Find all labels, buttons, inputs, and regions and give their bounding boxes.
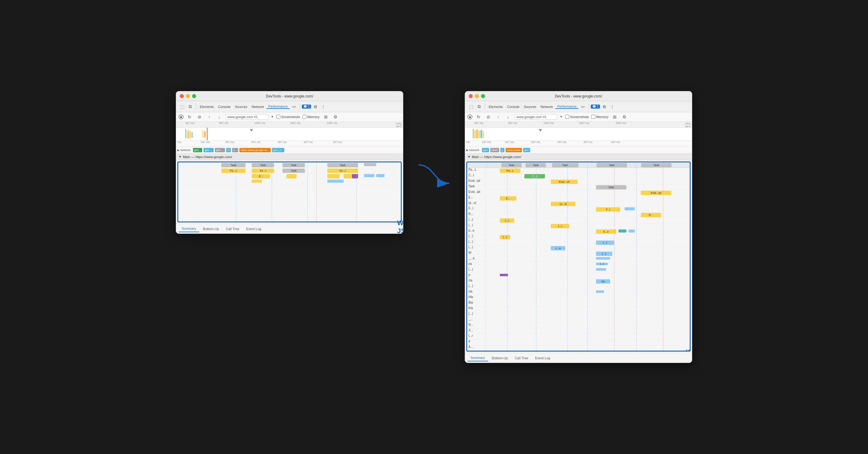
right-bar-paren6[interactable]	[596, 268, 606, 271]
left-screenshots-checkbox[interactable]: Screenshots	[276, 115, 300, 119]
left-bar-yellow-sm1[interactable]	[286, 174, 297, 178]
left-bar-ys1[interactable]	[252, 180, 262, 183]
right-bar-paren2[interactable]: (...)	[551, 224, 569, 228]
left-bar-task1[interactable]: Task	[221, 163, 246, 167]
left-memory-icon[interactable]: ⊞	[322, 113, 330, 120]
left-download-icon[interactable]: ↓	[215, 113, 223, 120]
right-bar-as[interactable]: (a...s)	[551, 202, 576, 206]
right-upload-icon[interactable]: ↑	[495, 113, 502, 120]
right-bar-eval2[interactable]: Eval...ipt	[641, 191, 672, 195]
left-bar-lbs1[interactable]	[327, 180, 344, 183]
left-layers-icon[interactable]: ⧉	[187, 103, 194, 110]
right-tab-bottomup[interactable]: Bottom-Up	[489, 355, 511, 361]
right-header-task3[interactable]: Task	[552, 163, 579, 167]
right-stop-icon[interactable]: ⊘	[485, 113, 492, 120]
left-bar-lb1[interactable]	[364, 174, 374, 177]
right-bar-e[interactable]: E...	[500, 196, 516, 201]
right-bar-lb-fl[interactable]	[625, 207, 635, 210]
left-minimize-button[interactable]	[186, 94, 190, 98]
left-tab-summary[interactable]: Summary	[179, 225, 199, 232]
right-bar-paren3[interactable]: (...)	[500, 235, 510, 239]
left-bar-e[interactable]: E...	[252, 174, 270, 178]
right-bar-fl[interactable]: F...l	[596, 207, 621, 211]
right-refresh-icon[interactable]: ↻	[475, 113, 482, 120]
left-url-field[interactable]: www.google.com #1	[225, 114, 268, 120]
left-bar-lb2[interactable]	[376, 174, 384, 177]
left-bar-task5[interactable]	[364, 163, 376, 166]
left-tab-calltree[interactable]: Call Tree	[223, 226, 243, 232]
right-bar-lb-be[interactable]	[628, 229, 635, 232]
left-bar-yellow-sm2[interactable]	[327, 174, 340, 178]
right-maximize-button[interactable]	[481, 94, 485, 98]
left-bar-task2[interactable]: Task	[252, 163, 274, 167]
right-bar-p-purple[interactable]	[500, 274, 508, 276]
right-memory-checkbox[interactable]: Memory	[591, 115, 609, 119]
left-tab-eventlog[interactable]: Event Log	[243, 226, 265, 232]
left-bar-pal[interactable]: Pa...L	[221, 169, 246, 173]
left-cursor-icon[interactable]: ⬚	[179, 103, 186, 110]
left-upload-icon[interactable]: ↑	[206, 113, 213, 120]
right-tab-elements[interactable]: Elements	[487, 105, 505, 109]
left-bar-purple1[interactable]	[352, 174, 358, 178]
right-tab-network[interactable]: Network	[539, 105, 555, 109]
left-settings-icon[interactable]: ⚙	[332, 113, 339, 120]
right-header-task4[interactable]: Task	[597, 163, 627, 167]
right-download-icon[interactable]: ↓	[504, 113, 512, 120]
left-bar-evt1[interactable]: Ev...t	[252, 169, 274, 173]
right-bar-zla[interactable]: zla	[596, 279, 610, 284]
left-maximize-button[interactable]	[192, 94, 196, 98]
right-cursor-icon[interactable]: ⬚	[467, 103, 475, 110]
right-bar-a[interactable]	[596, 257, 610, 260]
left-record-icon[interactable]: ●	[179, 114, 184, 119]
right-bar-ct[interactable]: C...t	[524, 174, 545, 178]
left-tab-network[interactable]: Network	[250, 105, 266, 109]
right-bar-ze[interactable]: z...e	[551, 246, 565, 250]
right-record-icon[interactable]: ●	[467, 114, 472, 119]
left-tab-performance[interactable]: Performance	[267, 105, 289, 109]
left-refresh-icon[interactable]: ↻	[186, 113, 193, 120]
right-bar-r[interactable]: R...	[641, 213, 661, 217]
right-header-task1[interactable]: Task	[501, 163, 522, 167]
left-memory-checkbox[interactable]: Memory	[303, 115, 320, 119]
right-layers-icon[interactable]: ⧉	[475, 103, 483, 110]
left-gear-icon[interactable]: ⚙	[312, 103, 319, 110]
right-tab-more[interactable]: >>	[579, 105, 587, 109]
right-tab-sources[interactable]: Sources	[522, 105, 538, 109]
right-header-task2[interactable]: Task	[526, 163, 546, 167]
right-tab-console[interactable]: Console	[505, 105, 521, 109]
right-url-chevron[interactable]: ▼	[560, 115, 563, 118]
right-tab-calltree[interactable]: Call Tree	[512, 355, 531, 361]
right-settings-icon[interactable]: ⚙	[621, 113, 628, 120]
right-minimize-button[interactable]	[475, 94, 479, 98]
left-tab-elements[interactable]: Elements	[198, 105, 216, 109]
right-bar-teal-be[interactable]	[618, 229, 627, 232]
left-bar-yellow-sm3[interactable]	[344, 174, 352, 178]
right-bar-vla[interactable]	[596, 290, 604, 293]
right-bar-paren4[interactable]: (...)	[596, 240, 614, 245]
right-bar-ea-paren[interactable]: (...)	[596, 263, 608, 265]
right-screenshots-checkbox[interactable]: Screenshots	[565, 115, 589, 119]
left-stop-icon[interactable]: ⊘	[196, 113, 203, 120]
right-close-button[interactable]	[469, 94, 473, 98]
left-tab-more[interactable]: >>	[290, 105, 298, 109]
left-tab-bottomup[interactable]: Bottom-Up	[200, 226, 222, 232]
left-tab-console[interactable]: Console	[216, 105, 232, 109]
left-more-icon[interactable]: ⋮	[320, 103, 327, 110]
left-close-button[interactable]	[180, 94, 184, 98]
right-more-icon[interactable]: ⋮	[609, 103, 616, 110]
left-tab-sources[interactable]: Sources	[233, 105, 249, 109]
right-bar-w-paren[interactable]: (...)	[596, 252, 612, 256]
right-tab-eventlog[interactable]: Event Log	[532, 355, 554, 361]
right-tab-performance[interactable]: Performance	[555, 105, 579, 109]
right-url-field[interactable]: www.google.com #1	[514, 114, 557, 120]
left-url-chevron[interactable]: ▼	[271, 115, 274, 118]
right-tab-summary[interactable]: Summary	[467, 354, 488, 362]
right-header-task5[interactable]: Task	[641, 163, 672, 167]
right-gear-icon[interactable]: ⚙	[600, 103, 608, 110]
right-bar-pal[interactable]: Pa...L	[500, 169, 520, 173]
right-bar-be[interactable]: b...e	[596, 229, 616, 234]
right-bar-task[interactable]: Task	[596, 185, 627, 190]
left-bar-task3[interactable]: Task	[282, 163, 305, 167]
right-memory-icon[interactable]: ⊞	[611, 113, 618, 120]
left-bar-task6[interactable]: Task	[282, 169, 305, 173]
